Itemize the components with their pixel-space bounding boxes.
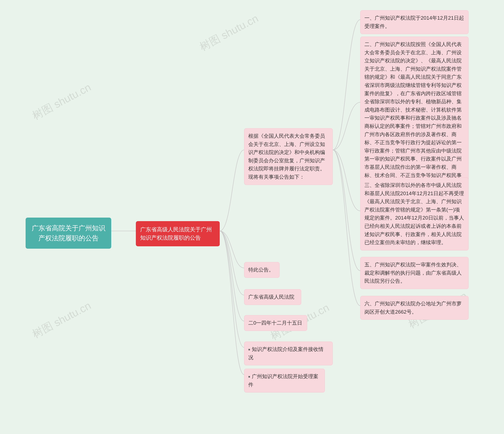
lvl2-intro[interactable]: 根据《全国人民代表大会常务委员会关于在北京、上海、广州设立知识产权法院的决定》和…	[244, 128, 333, 185]
root-node[interactable]: 广东省高院关于广州知识产权法院履职的公告	[26, 218, 111, 249]
lvl3-item1[interactable]: 一、广州知识产权法院于2014年12月21日起受理案件。	[360, 10, 468, 34]
lvl2-date[interactable]: 二0一四年十二月十五日	[244, 315, 307, 331]
lvl3-item6[interactable]: 六、广州知识产权法院办公地址为广州市萝岗区开创大道2662号。	[360, 296, 468, 320]
lvl2-link2-label: 广州知识产权法院开始受理案件	[248, 373, 318, 388]
lvl2-link1-label: 知识产权法院介绍及案件接收情况	[248, 346, 324, 360]
watermark: 树图 shutu.cn	[30, 298, 93, 341]
lvl3-item3[interactable]: 三、全省除深圳市以外的各市中级人民法院和基层人民法院2014年12月21日起不再…	[360, 177, 468, 250]
lvl3-item2[interactable]: 二、广州知识产权法院按照《全国人民代表大会常务委员会关于在北京、上海、广州设立知…	[360, 37, 468, 191]
watermark: 树图 shutu.cn	[197, 11, 261, 54]
lvl2-court[interactable]: 广东省高级人民法院	[244, 289, 301, 305]
lvl2-notice[interactable]: 特此公告。	[244, 262, 279, 278]
lvl2-link-intro[interactable]: 知识产权法院介绍及案件接收情况	[244, 342, 333, 365]
lvl1-title[interactable]: 广东省高级人民法院关于广州知识产权法院履职的公告	[136, 221, 220, 246]
watermark: 树图 shutu.cn	[30, 80, 93, 123]
lvl2-link-accept[interactable]: 广州知识产权法院开始受理案件	[244, 369, 325, 392]
lvl3-item5[interactable]: 五、广州知识产权法院一审案件生效判决、裁定和调解书的执行问题，由广东省高级人民法…	[360, 257, 468, 289]
